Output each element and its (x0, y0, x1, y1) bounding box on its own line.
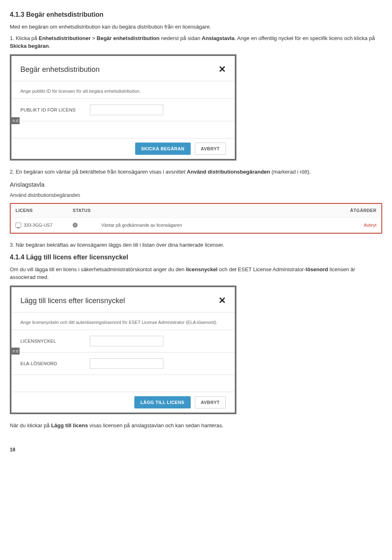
ela-password-input[interactable] (90, 358, 163, 369)
th-licens: LICENS (16, 207, 73, 214)
closing-prefix: När du klickar på (10, 422, 51, 428)
step1-mid1: > (91, 35, 97, 41)
close-icon[interactable]: ✕ (218, 296, 226, 305)
monitor-icon (16, 223, 21, 228)
modal-request-distribution: Begär enhetsdistribution ✕ Ange publikt … (10, 54, 236, 161)
modal-add-license: Lägg till licens efter licensnyckel ✕ An… (10, 286, 236, 415)
step2-bold: Använd distributionsbegäranden (187, 169, 270, 175)
modal2-field1-label: LICENSNYCKEL (20, 338, 82, 345)
page-number: 18 (10, 446, 382, 453)
license-key-input[interactable] (90, 336, 163, 346)
step1-end: . (49, 43, 50, 49)
close-icon[interactable]: ✕ (218, 65, 226, 74)
s414-mid: och det ESET License Administrator- (218, 266, 306, 272)
cancel-button[interactable]: AVBRYT (195, 143, 226, 155)
table-header: LICENS STATUS ÅTGÄRDER (11, 204, 381, 218)
modal1-title: Begär enhetsdistribution (20, 64, 100, 75)
anslagstavla-sub: Använd distributionsbegäranden (10, 192, 382, 199)
step1-bold1: Enhetsdistributioner (39, 35, 91, 41)
th-actions: ÅTGÄRDER (344, 207, 376, 214)
modal2-spacer (11, 375, 235, 392)
modal2-desc: Ange licensnyckeln och ditt autentiserin… (11, 312, 235, 330)
row-licens: 333-3GG-US7 (24, 222, 52, 229)
closing-suffix: visas licensen på anslagstavlan och kan … (88, 422, 223, 428)
step1-mid3: . Ange en offentlig nyckel för en specif… (234, 35, 375, 41)
section-414-heading: 4.1.4 Lägg till licens efter licensnycke… (10, 252, 382, 262)
step1-bold4: Skicka begäran (10, 43, 49, 49)
step1-bold2: Begär enhetsdistribution (97, 35, 160, 41)
clock-icon (73, 223, 78, 228)
step2-suffix: (markerad i rött). (270, 169, 311, 175)
modal1-spacer (11, 121, 235, 138)
section-414-intro: Om du vill lägga till en licens i säkerh… (10, 265, 382, 281)
s414-bold2: lösenord (306, 266, 328, 272)
th-status: STATUS (73, 207, 101, 214)
modal2-field2-label: ELA-LÖSENORD (20, 360, 82, 367)
step2-prefix: 2. En begäran som väntar på bekräftelse … (10, 169, 187, 175)
public-license-id-input[interactable] (90, 105, 163, 115)
modal1-field-label: PUBLIKT ID FÖR LICENS (20, 107, 82, 114)
row-msg: Väntar på godkännande av licensägaren (101, 222, 344, 229)
modal1-desc: Ange publikt ID för licensen för att beg… (11, 81, 235, 99)
anslagstavla-title: Anslagstavla (10, 180, 382, 190)
requests-table: LICENS STATUS ÅTGÄRDER 333-3GG-US7 Vänta… (10, 203, 382, 234)
step-3: 3. När begäran bekräftas av licensägaren… (10, 241, 382, 249)
section-413-intro: Med en begäran om enhetsdistribution kan… (10, 23, 382, 31)
modal2-title: Lägg till licens efter licensnyckel (20, 295, 125, 306)
add-license-button[interactable]: LÄGG TILL LICENS (134, 396, 191, 408)
s414-bold1: licensnyckel (186, 266, 217, 272)
closing-text: När du klickar på Lägg till licens visas… (10, 422, 382, 430)
send-request-button[interactable]: SKICKA BEGÄRAN (135, 143, 191, 155)
section-413-heading: 4.1.3 Begär enhetsdistribution (10, 10, 382, 20)
step1-bold3: Anslagstavla (202, 35, 234, 41)
s414-prefix: Om du vill lägga till en licens i säkerh… (10, 266, 186, 272)
step1-prefix: 1. Klicka på (10, 35, 39, 41)
step-1: 1. Klicka på Enhetsdistributioner > Begä… (10, 34, 382, 50)
row-cancel-link[interactable]: Avbryt (364, 223, 376, 228)
anslagstavla-block: Anslagstavla Använd distributionsbegäran… (10, 180, 382, 234)
step-2: 2. En begäran som väntar på bekräftelse … (10, 168, 382, 176)
closing-bold: Lägg till licens (51, 422, 88, 428)
step1-mid2: nederst på sidan (160, 35, 202, 41)
cancel-button[interactable]: AVBRYT (195, 396, 226, 408)
table-row: 333-3GG-US7 Väntar på godkännande av lic… (11, 218, 381, 233)
